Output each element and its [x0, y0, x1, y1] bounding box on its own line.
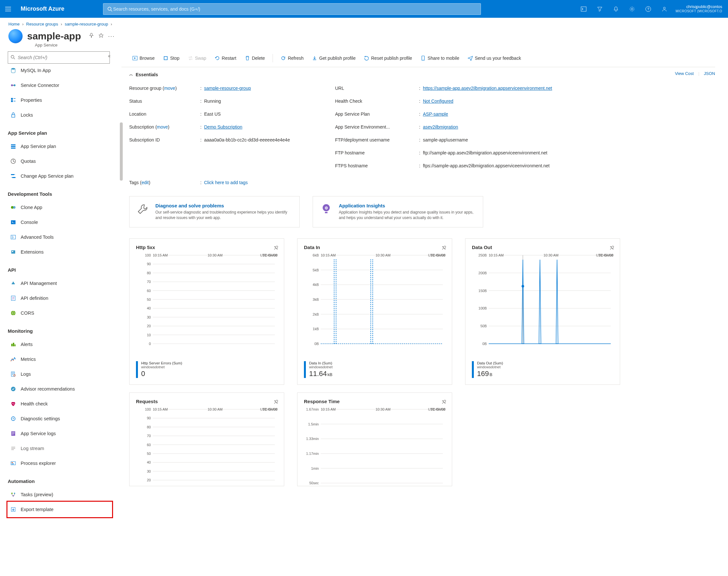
edit-tags-link[interactable]: edit — [142, 180, 149, 185]
add-tags-link[interactable]: Click here to add tags — [204, 180, 248, 185]
chart-title: Http 5xx — [136, 244, 278, 250]
favorite-button[interactable] — [98, 33, 104, 40]
essentials-link[interactable]: ASP-sample — [423, 111, 448, 117]
delete-button[interactable]: Delete — [241, 54, 268, 62]
cloud-shell-button[interactable] — [576, 0, 592, 18]
svg-text:50B: 50B — [480, 324, 487, 328]
sidebar-item-label: MySQL In App — [21, 68, 51, 73]
sidebar-item-clone-app[interactable]: Clone App — [8, 200, 112, 215]
send-feedback-button[interactable]: Send us your feedback — [464, 54, 524, 62]
metric-name: Http Server Errors (Sum) — [141, 361, 182, 365]
sidebar-item-mysql-in-app[interactable]: MySQL In App — [8, 63, 112, 78]
essentials-link[interactable]: Demo Subscription — [204, 124, 242, 129]
sidebar-item-logs[interactable]: Logs — [8, 367, 112, 381]
search-icon — [11, 55, 15, 60]
datain-chart-card[interactable]: Data In 0B1kB2kB3kB4kB5kB6kB10:15 AM10:3… — [297, 238, 452, 385]
person-feedback-icon — [662, 6, 667, 12]
swap-button: Swap — [185, 54, 210, 62]
sidebar-search-input[interactable] — [17, 55, 107, 60]
reset-publish-profile-button[interactable]: Reset publish profile — [361, 54, 415, 62]
sidebar-section-header: Monitoring — [8, 328, 112, 334]
essentials-toggle[interactable]: ︿ Essentials — [129, 72, 715, 77]
sidebar-item-service-connector[interactable]: Service Connector — [8, 78, 112, 93]
sidebar-item-locks[interactable]: Locks — [8, 108, 112, 122]
metric-source: windowsdotnet — [309, 365, 333, 369]
tags-row: Tags (edit) : Click here to add tags — [129, 180, 715, 185]
sidebar-item-metrics[interactable]: Metrics — [8, 352, 112, 367]
sidebar-item-console[interactable]: Console — [8, 215, 112, 230]
json-view-link[interactable]: JSON — [704, 71, 715, 76]
sidebar-item-api-definition[interactable]: API definition — [8, 291, 112, 306]
breadcrumb-resource-group-name[interactable]: sample-resource-group — [65, 22, 108, 27]
refresh-button[interactable]: Refresh — [278, 54, 307, 62]
feedback-button[interactable] — [656, 0, 672, 18]
pin-button[interactable] — [89, 33, 94, 40]
requests-chart-card[interactable]: Requests 010203040506070809010010:15 AM1… — [129, 393, 284, 486]
essentials-label: Health Check — [335, 98, 419, 104]
directories-button[interactable] — [592, 0, 608, 18]
move-link[interactable]: move — [164, 86, 175, 91]
diagnose-card[interactable]: Diagnose and solve problems Our self-ser… — [129, 196, 300, 227]
chevron-left-icon: « — [108, 53, 111, 58]
essentials-link[interactable]: sample-resource-group — [204, 86, 251, 91]
sidebar-item-app-service-logs[interactable]: App Service logs — [8, 426, 112, 441]
global-search-input[interactable] — [112, 6, 477, 12]
sidebar-item-change-app-service-plan[interactable]: Change App Service plan — [8, 169, 112, 183]
get-publish-profile-button[interactable]: Get publish profile — [309, 54, 359, 62]
x-axis: 10:15 AM10:30 AM10:45 AMUTC-04:00 — [304, 253, 445, 257]
chart-svg: 0102030405060708090100 — [136, 407, 278, 486]
essentials-link[interactable]: https://sample-app.asev2ilbmigration.app… — [423, 86, 552, 91]
dataout-chart-card[interactable]: Data Out 0B50B100B150B200B250BAug 15 10:… — [465, 238, 620, 385]
sidebar-item-cors[interactable]: CORS — [8, 306, 112, 320]
sidebar-item-diagnostic-settings[interactable]: Diagnostic settings — [8, 411, 112, 426]
appinsights-card[interactable]: ⚙ Application Insights Application Insig… — [313, 196, 483, 227]
breadcrumb-home[interactable]: Home — [8, 22, 20, 27]
sidebar-item-tasks-preview-[interactable]: Tasks (preview) — [8, 487, 112, 502]
sidebar-item-advanced-tools[interactable]: Advanced Tools — [8, 230, 112, 244]
sidebar-item-log-stream[interactable]: Log stream — [8, 441, 112, 456]
metric-name: Data Out (Sum) — [477, 361, 503, 365]
more-button[interactable]: ··· — [108, 33, 115, 40]
sidebar-item-label: Service Connector — [21, 83, 59, 88]
sidebar-item-export-template[interactable]: Export template — [8, 502, 112, 517]
essentials-link[interactable]: asev2ilbmigration — [423, 124, 458, 129]
export-icon — [10, 506, 17, 513]
sidebar-item-quotas[interactable]: Quotas — [8, 154, 112, 169]
sidebar-item-advisor-recommendations[interactable]: Advisor recommendations — [8, 381, 112, 396]
cors-icon — [10, 310, 17, 317]
svg-text:30: 30 — [147, 469, 151, 473]
svg-point-108 — [522, 285, 524, 287]
responsetime-chart-card[interactable]: Response Time 40sec50sec1min1.17min1.33m… — [297, 393, 452, 486]
sidebar-item-extensions[interactable]: Extensions — [8, 244, 112, 259]
view-cost-link[interactable]: View Cost — [675, 71, 694, 76]
stop-button[interactable]: Stop — [160, 54, 183, 62]
account-info[interactable]: chrisqpublic@contos MICROSOFT (MICROSOFT… — [672, 4, 725, 13]
sidebar-item-properties[interactable]: Properties — [8, 93, 112, 108]
sidebar-item-process-explorer[interactable]: Process explorer — [8, 456, 112, 471]
essentials-value: sample-resource-group — [204, 86, 251, 91]
sidebar-item-api-management[interactable]: API Management — [8, 276, 112, 291]
share-to-mobile-button[interactable]: Share to mobile — [417, 54, 463, 62]
sidebar-item-alerts[interactable]: Alerts — [8, 337, 112, 352]
global-search[interactable] — [103, 3, 481, 15]
sidebar-item-app-service-plan[interactable]: App Service plan — [8, 139, 112, 154]
notifications-button[interactable] — [608, 0, 624, 18]
browse-button[interactable]: Browse — [129, 54, 158, 62]
hamburger-menu-button[interactable] — [0, 0, 16, 18]
restart-button[interactable]: Restart — [211, 54, 240, 62]
settings-button[interactable] — [624, 0, 640, 18]
move-link[interactable]: move — [157, 124, 168, 129]
sidebar-item-label: Log stream — [21, 446, 44, 451]
svg-text:1.5min: 1.5min — [308, 422, 319, 426]
charts-row-1: Http 5xx 010203040506070809010010:15 AM1… — [121, 231, 715, 385]
x-axis: 10:15 AM10:30 AM10:45 AMUTC-04:00 — [472, 253, 613, 257]
essentials-label: FTP hostname — [335, 150, 419, 155]
sidebar-item-health-check[interactable]: Health check — [8, 396, 112, 411]
breadcrumb-resource-groups[interactable]: Resource groups — [26, 22, 58, 27]
http5xx-chart-card[interactable]: Http 5xx 010203040506070809010010:15 AM1… — [129, 238, 284, 385]
help-button[interactable]: ? — [640, 0, 656, 18]
essentials-link[interactable]: Not Configured — [423, 98, 453, 104]
svg-point-44 — [14, 493, 15, 494]
metrics-icon — [10, 356, 17, 363]
svg-text:50sec: 50sec — [310, 481, 319, 485]
